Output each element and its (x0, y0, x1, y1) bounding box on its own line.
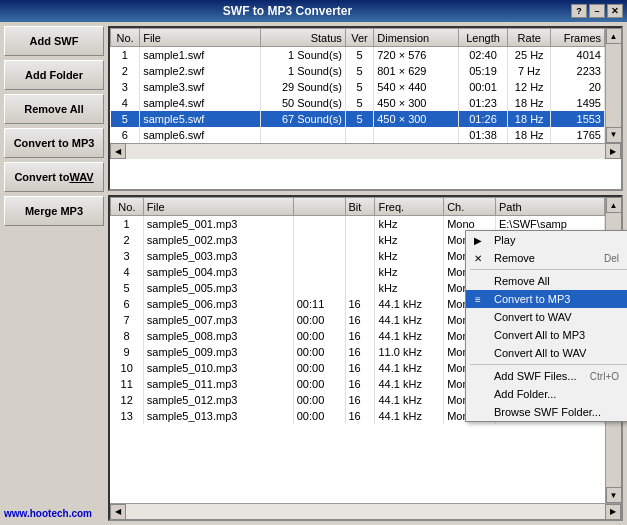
b-cell-no: 12 (111, 392, 144, 408)
b-cell-bit (345, 216, 375, 232)
top-scrollbar-h[interactable]: ◀ ▶ (110, 143, 621, 159)
cell-len: 01:26 (458, 111, 507, 127)
b-cell-freq: 44.1 kHz (375, 360, 444, 376)
b-cell-freq: kHz (375, 248, 444, 264)
cell-ver: 5 (345, 79, 373, 95)
bottom-scrollbar-h[interactable]: ◀ ▶ (110, 503, 621, 519)
th-file: File (140, 29, 261, 47)
cell-frames: 20 (551, 79, 605, 95)
scroll-left-arrow[interactable]: ◀ (110, 143, 126, 159)
cell-ver: 5 (345, 47, 373, 63)
th-no: No. (111, 29, 140, 47)
b-cell-no: 5 (111, 280, 144, 296)
b-cell-bit: 16 (345, 328, 375, 344)
table-row[interactable]: 1 sample1.swf 1 Sound(s) 5 720 × 576 02:… (111, 47, 605, 63)
table-row[interactable]: 2 sample2.swf 1 Sound(s) 5 801 × 629 05:… (111, 63, 605, 79)
table-row[interactable]: 5 sample5.swf 67 Sound(s) 5 450 × 300 01… (111, 111, 605, 127)
context-menu-item-convert-all-to-mp3[interactable]: Convert All to MP3 (466, 326, 627, 344)
b-cell-freq: kHz (375, 280, 444, 296)
b-scroll-down-arrow[interactable]: ▼ (606, 487, 622, 503)
b-cell-bit (345, 280, 375, 296)
b-cell-freq: 44.1 kHz (375, 376, 444, 392)
cell-file: sample5.swf (140, 111, 261, 127)
context-menu-item-browse-swf-folder...[interactable]: Browse SWF Folder... (466, 403, 627, 421)
context-menu-item-play[interactable]: ▶Play (466, 231, 627, 249)
help-button[interactable]: ? (571, 4, 587, 18)
context-menu-item-remove[interactable]: ✕RemoveDel (466, 249, 627, 267)
cell-no: 4 (111, 95, 140, 111)
b-scroll-right-arrow[interactable]: ▶ (605, 504, 621, 520)
b-cell-freq: 44.1 kHz (375, 296, 444, 312)
context-menu-item-remove-all[interactable]: Remove All (466, 272, 627, 290)
close-button[interactable]: ✕ (607, 4, 623, 18)
b-scroll-up-arrow[interactable]: ▲ (606, 197, 622, 213)
minimize-button[interactable]: – (589, 4, 605, 18)
b-cell-freq: 44.1 kHz (375, 392, 444, 408)
table-row[interactable]: 3 sample3.swf 29 Sound(s) 5 540 × 440 00… (111, 79, 605, 95)
context-menu-item-add-swf-files...[interactable]: Add SWF Files...Ctrl+O (466, 367, 627, 385)
scroll-track-h (126, 144, 605, 159)
cell-len: 01:23 (458, 95, 507, 111)
cell-status: 1 Sound(s) (261, 63, 346, 79)
th-rate: Rate (508, 29, 551, 47)
b-cell-freq: kHz (375, 264, 444, 280)
scroll-right-arrow[interactable]: ▶ (605, 143, 621, 159)
cell-file: sample1.swf (140, 47, 261, 63)
cell-dim: 540 × 440 (374, 79, 459, 95)
th-dim: Dimension (374, 29, 459, 47)
table-row[interactable]: 4 sample4.swf 50 Sound(s) 5 450 × 300 01… (111, 95, 605, 111)
ctx-separator (470, 364, 627, 365)
ctx-label: Add Folder... (494, 388, 556, 400)
context-menu-item-convert-to-wav[interactable]: Convert to WAV (466, 308, 627, 326)
cell-frames: 1765 (551, 127, 605, 143)
cell-dim: 450 × 300 (374, 111, 459, 127)
context-menu-item-convert-all-to-wav[interactable]: Convert All to WAV (466, 344, 627, 362)
cell-no: 1 (111, 47, 140, 63)
ctx-label: Convert to WAV (494, 311, 572, 323)
th-ver: Ver (345, 29, 373, 47)
footer-link[interactable]: www.hootech.com (4, 506, 104, 521)
b-scroll-track-h (126, 504, 605, 519)
cell-file: sample2.swf (140, 63, 261, 79)
b-cell-dur: 00:00 (293, 344, 345, 360)
b-cell-dur: 00:00 (293, 360, 345, 376)
top-scrollbar-v[interactable]: ▲ ▼ (605, 28, 621, 143)
cell-status: 67 Sound(s) (261, 111, 346, 127)
b-cell-file: sample5_009.mp3 (143, 344, 293, 360)
b-cell-no: 8 (111, 328, 144, 344)
b-th-ch: Ch. (444, 198, 496, 216)
b-cell-freq: 44.1 kHz (375, 312, 444, 328)
b-cell-bit: 16 (345, 376, 375, 392)
cell-rate: 18 Hz (508, 95, 551, 111)
cell-frames: 2233 (551, 63, 605, 79)
remove-all-button[interactable]: Remove All (4, 94, 104, 124)
b-cell-bit (345, 232, 375, 248)
scroll-up-arrow[interactable]: ▲ (606, 28, 622, 44)
b-cell-dur: 00:00 (293, 312, 345, 328)
cell-ver (345, 127, 373, 143)
b-cell-file: sample5_007.mp3 (143, 312, 293, 328)
b-scroll-left-arrow[interactable]: ◀ (110, 504, 126, 520)
cell-file: sample3.swf (140, 79, 261, 95)
cell-dim: 450 × 300 (374, 95, 459, 111)
convert-to-mp3-button[interactable]: Convert to MP3 (4, 128, 104, 158)
b-cell-freq: 44.1 kHz (375, 408, 444, 424)
cell-len: 02:40 (458, 47, 507, 63)
b-cell-dur (293, 216, 345, 232)
ctx-label: Remove (494, 252, 535, 264)
context-menu-item-add-folder...[interactable]: Add Folder... (466, 385, 627, 403)
cell-len: 00:01 (458, 79, 507, 95)
b-th-file: File (143, 198, 293, 216)
merge-mp3-button[interactable]: Merge MP3 (4, 196, 104, 226)
context-menu-item-convert-to-mp3[interactable]: ≡Convert to MP3 (466, 290, 627, 308)
th-len: Length (458, 29, 507, 47)
b-cell-file: sample5_012.mp3 (143, 392, 293, 408)
scroll-down-arrow[interactable]: ▼ (606, 127, 622, 143)
add-swf-button[interactable]: Add SWF (4, 26, 104, 56)
cell-ver: 5 (345, 95, 373, 111)
table-row[interactable]: 6 sample6.swf 01:38 18 Hz 1765 (111, 127, 605, 143)
convert-to-wav-button[interactable]: Convert to WAV (4, 162, 104, 192)
cell-no: 2 (111, 63, 140, 79)
cell-frames: 1553 (551, 111, 605, 127)
add-folder-button[interactable]: Add Folder (4, 60, 104, 90)
